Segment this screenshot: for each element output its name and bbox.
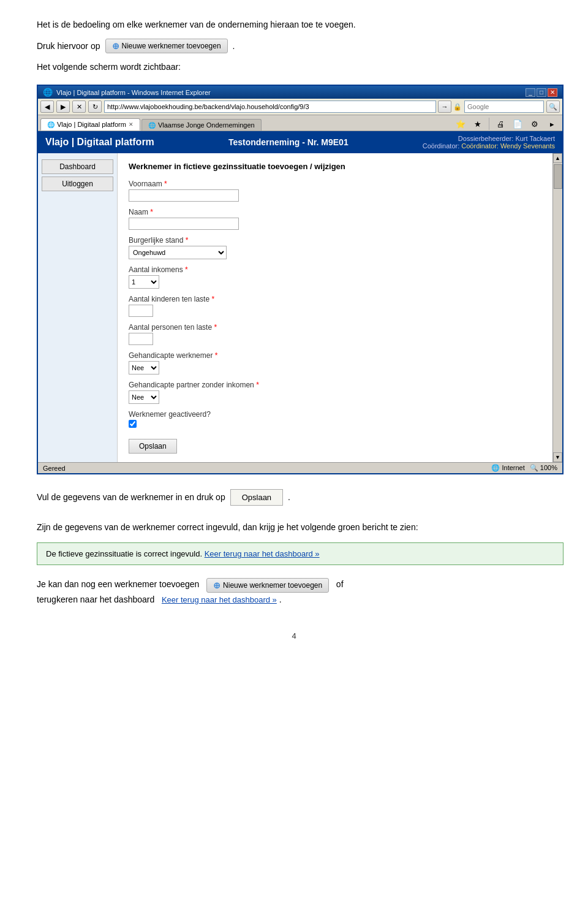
main-content: Werknemer in fictieve gezinssituatie toe… (118, 153, 552, 462)
checkbox-container (129, 420, 541, 428)
tab-favicon: 🌐 (47, 121, 55, 128)
input-kinderen[interactable] (129, 305, 153, 317)
toolbar-icons: ⭐ ★ 🖨 📄 ⚙ ▸ (453, 117, 560, 131)
search-go-button[interactable]: 🔍 (546, 101, 560, 113)
page-number: 4 (37, 631, 551, 641)
form-group-geactiveerd: Werknemer geactiveerd? (129, 410, 541, 428)
select-gehandicapte-partner[interactable]: Nee Ja (129, 390, 159, 404)
back-button[interactable]: ◀ (40, 101, 54, 113)
search-input[interactable] (464, 101, 544, 113)
extra-icon[interactable]: ▸ (544, 117, 560, 131)
status-text: Gereed (43, 465, 66, 472)
tab-label: Vlajo | Digitaal platform (57, 121, 126, 128)
input-personen[interactable] (129, 333, 153, 345)
bottom-section: Je kan dan nog een werknemer toevoegen ⊕… (37, 577, 551, 607)
form-title: Werknemer in fictieve gezinssituatie toe… (129, 162, 541, 171)
form-group-voornaam: Voornaam * (129, 180, 541, 202)
tools-icon[interactable]: ⚙ (527, 117, 543, 131)
window-controls: _ □ ✕ (526, 88, 557, 97)
form-group-personen: Aantal personen ten laste * (129, 323, 541, 345)
page-layout: Dashboard Uitloggen Werknemer in fictiev… (38, 153, 562, 462)
form-group-burgerlijke-stand: Burgerlijke stand * Ongehuwd Gehuwd Wedu… (129, 236, 541, 259)
form-group-gehandicapte-wkn: Gehandicapte werknemer * Nee Ja (129, 351, 541, 374)
coordinator-name: Coördinator: Wendy Sevenants (461, 142, 555, 150)
home-icon[interactable]: ⭐ (453, 117, 469, 131)
keer-terug-link-bottom[interactable]: Keer terug naar het dashboard » (162, 595, 277, 604)
browser-toolbar: ◀ ▶ ✕ ↻ → 🔒 🔍 (38, 99, 562, 115)
refresh-button[interactable]: ↻ (88, 101, 102, 113)
section2-text: Vul de gegevens van de werknemer in en d… (37, 489, 551, 506)
browser-tabs: 🌐 Vlajo | Digitaal platform ✕ 🌐 Vlaamse … (38, 115, 562, 131)
close-button[interactable]: ✕ (548, 88, 557, 97)
plus-icon-bottom: ⊕ (213, 580, 221, 590)
plus-icon: ⊕ (112, 41, 119, 51)
input-voornaam[interactable] (129, 189, 239, 202)
browser-statusbar: Gereed 🌐 Internet 🔍 100% (38, 462, 562, 473)
print-icon[interactable]: 🖨 (492, 117, 508, 131)
label-burgerlijke-stand: Burgerlijke stand * (129, 236, 541, 245)
vertical-scrollbar: ▲ ▼ (552, 153, 562, 462)
browser-titlebar: 🌐 Vlajo | Digitaal platform - Windows In… (38, 86, 562, 99)
section3-text: Zijn de gegevens van de werknemer correc… (37, 520, 551, 534)
forward-button[interactable]: ▶ (56, 101, 70, 113)
sidebar-item-uitloggen[interactable]: Uitloggen (42, 177, 113, 191)
checkbox-geactiveerd[interactable] (129, 420, 137, 428)
label-geactiveerd: Werknemer geactiveerd? (129, 410, 541, 419)
internet-zone: 🌐 Internet (491, 464, 524, 472)
coordinator: Coördinator: Coördinator: Wendy Sevenant… (423, 142, 555, 150)
green-notice-text: De fictieve gezinssituatie is correct in… (46, 549, 202, 558)
intro-line2: Druk hiervoor op ⊕ Nieuwe werknemer toev… (37, 39, 551, 53)
select-burgerlijke-stand[interactable]: Ongehuwd Gehuwd Weduwe/weduwnaar (129, 246, 227, 259)
scroll-up-arrow[interactable]: ▲ (553, 153, 562, 163)
or-text: of (336, 579, 344, 589)
maximize-button[interactable]: □ (537, 88, 546, 97)
form-group-aantal-inkomens: Aantal inkomens * 1 2 (129, 265, 541, 289)
tab-label2: Vlaamse Jonge Ondernemingen (158, 121, 255, 129)
minimize-button[interactable]: _ (526, 88, 535, 97)
label-gehandicapte-partner: Gehandicapte partner zonder inkomen * (129, 381, 541, 389)
zoom-level: 🔍 100% (530, 464, 557, 472)
dossier-info: Dossierbeheerder: Kurt Tackaert Coördina… (423, 135, 555, 150)
security-icon: 🔒 (453, 103, 462, 111)
green-notice-box: De fictieve gezinssituatie is correct in… (37, 542, 564, 565)
sidebar: Dashboard Uitloggen (38, 153, 118, 462)
separator (489, 118, 489, 130)
intro-line1: Het is de bedoeling om elke werknemer va… (37, 18, 551, 31)
tab-vjo[interactable]: 🌐 Vlaamse Jonge Ondernemingen (141, 119, 262, 131)
label-kinderen: Aantal kinderen ten laste * (129, 295, 541, 303)
keer-terug-link-notice[interactable]: Keer terug naar het dashboard » (205, 549, 320, 558)
label-aantal-inkomens: Aantal inkomens * (129, 265, 541, 274)
page-header: Vlajo | Digitaal platform Testondernemin… (38, 131, 562, 153)
label-personen: Aantal personen ten laste * (129, 323, 541, 332)
form-group-naam: Naam * (129, 208, 541, 230)
input-naam[interactable] (129, 218, 239, 230)
url-input[interactable] (104, 101, 436, 113)
bottom-text2: terugkeren naar het dashboard (37, 595, 154, 604)
company-name: Testonderneming - Nr. M9E01 (228, 137, 349, 147)
tab-favicon2: 🌐 (148, 122, 156, 129)
scroll-down-arrow[interactable]: ▼ (553, 452, 562, 462)
nieuwe-werknemer-button-bottom[interactable]: ⊕ Nieuwe werknemer toevoegen (206, 578, 329, 593)
intro-line3: Het volgende scherm wordt zichtbaar: (37, 61, 551, 74)
nieuwe-werknemer-button-top[interactable]: ⊕ Nieuwe werknemer toevoegen (105, 39, 228, 53)
go-button[interactable]: → (438, 101, 451, 113)
select-gehandicapte-wkn[interactable]: Nee Ja (129, 361, 159, 374)
sidebar-item-dashboard[interactable]: Dashboard (42, 159, 113, 174)
opslaan-inline-button[interactable]: Opslaan (230, 489, 283, 506)
label-voornaam: Voornaam * (129, 180, 541, 188)
browser-window: 🌐 Vlajo | Digitaal platform - Windows In… (37, 85, 564, 474)
page-icon[interactable]: 📄 (510, 117, 526, 131)
browser-title: Vlajo | Digitaal platform - Windows Inte… (56, 89, 211, 96)
tab-close-icon[interactable]: ✕ (129, 121, 134, 127)
stop-button[interactable]: ✕ (72, 101, 86, 113)
label-naam: Naam * (129, 208, 541, 216)
label-gehandicapte-wkn: Gehandicapte werknemer * (129, 351, 541, 360)
form-group-kinderen: Aantal kinderen ten laste * (129, 295, 541, 317)
scroll-thumb[interactable] (554, 164, 562, 189)
tab-vlajo[interactable]: 🌐 Vlajo | Digitaal platform ✕ (40, 118, 140, 131)
ie-logo: 🌐 (43, 88, 53, 97)
address-bar: → 🔒 (104, 101, 462, 113)
select-aantal-inkomens[interactable]: 1 2 (129, 275, 159, 289)
opslaan-button-form[interactable]: Opslaan (129, 439, 177, 454)
favorites-icon[interactable]: ★ (470, 117, 486, 131)
